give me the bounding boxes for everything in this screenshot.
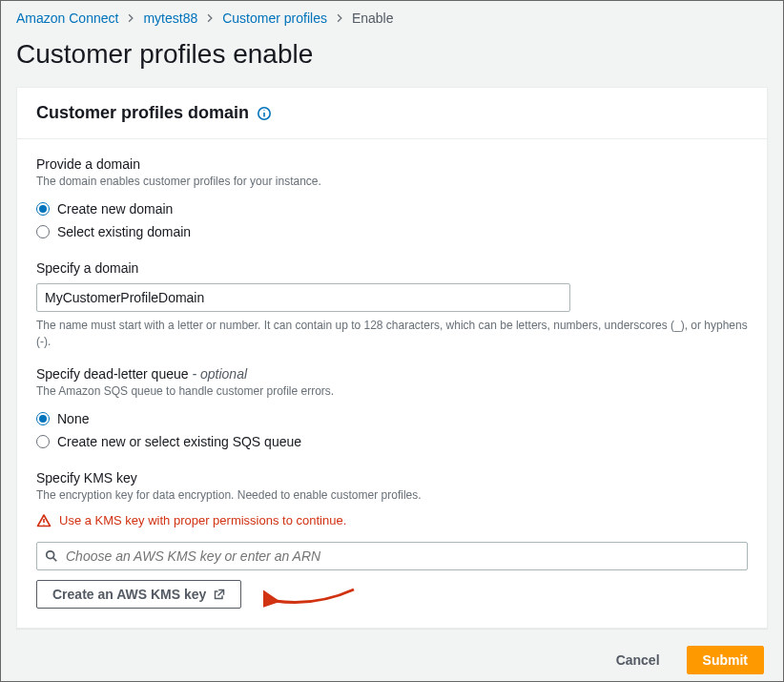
- breadcrumb-link-amazon-connect[interactable]: Amazon Connect: [16, 10, 118, 26]
- domain-name-input[interactable]: [36, 283, 570, 312]
- svg-point-5: [47, 551, 54, 559]
- customer-profiles-domain-panel: Customer profiles domain Provide a domai…: [16, 87, 768, 629]
- radio-label: Create new domain: [57, 201, 173, 217]
- radio-dlq-none[interactable]: None: [36, 407, 748, 430]
- chevron-right-icon: [205, 10, 215, 26]
- svg-point-2: [263, 110, 264, 111]
- search-icon: [45, 549, 58, 563]
- radio-label: Create new or select existing SQS queue: [57, 434, 301, 449]
- button-label: Create an AWS KMS key: [52, 587, 206, 602]
- breadcrumb-current: Enable: [352, 10, 394, 26]
- submit-button[interactable]: Submit: [687, 646, 764, 674]
- kms-label: Specify KMS key: [36, 470, 748, 486]
- radio-icon: [36, 202, 50, 216]
- breadcrumb: Amazon Connect mytest88 Customer profile…: [16, 9, 768, 35]
- radio-label: None: [57, 411, 89, 426]
- external-link-icon: [214, 589, 225, 600]
- panel-title: Customer profiles domain: [36, 103, 249, 123]
- breadcrumb-link-profiles[interactable]: Customer profiles: [222, 10, 327, 26]
- create-kms-key-button[interactable]: Create an AWS KMS key: [36, 580, 241, 609]
- radio-dlq-create[interactable]: Create new or select existing SQS queue: [36, 430, 748, 453]
- kms-warning-text: Use a KMS key with proper permissions to…: [59, 513, 346, 527]
- dlq-label: Specify dead-letter queue - optional: [36, 366, 748, 382]
- info-icon[interactable]: [257, 106, 272, 121]
- kms-key-input[interactable]: [66, 548, 739, 564]
- kms-key-search[interactable]: [36, 542, 748, 570]
- provide-domain-label: Provide a domain: [36, 156, 748, 172]
- form-footer: Cancel Submit: [16, 629, 768, 674]
- cancel-button[interactable]: Cancel: [601, 647, 675, 673]
- specify-domain-label: Specify a domain: [36, 260, 748, 276]
- radio-create-new-domain[interactable]: Create new domain: [36, 197, 748, 220]
- kms-help: The encryption key for data encryption. …: [36, 487, 748, 504]
- warning-icon: [36, 513, 52, 528]
- radio-icon: [36, 412, 50, 425]
- page-title: Customer profiles enable: [16, 39, 768, 70]
- radio-label: Select existing domain: [57, 224, 191, 239]
- radio-icon: [36, 435, 50, 448]
- svg-line-6: [53, 558, 57, 562]
- kms-warning: Use a KMS key with proper permissions to…: [36, 513, 748, 528]
- radio-select-existing-domain[interactable]: Select existing domain: [36, 220, 748, 243]
- radio-icon: [36, 225, 50, 238]
- svg-point-4: [43, 524, 44, 525]
- domain-name-help: The name must start with a letter or num…: [36, 318, 748, 350]
- chevron-right-icon: [126, 10, 135, 26]
- dlq-help: The Amazon SQS queue to handle customer …: [36, 383, 748, 400]
- provide-domain-help: The domain enables customer profiles for…: [36, 174, 748, 190]
- breadcrumb-link-instance[interactable]: mytest88: [143, 10, 197, 26]
- annotation-arrow: [263, 578, 359, 616]
- chevron-right-icon: [335, 10, 344, 26]
